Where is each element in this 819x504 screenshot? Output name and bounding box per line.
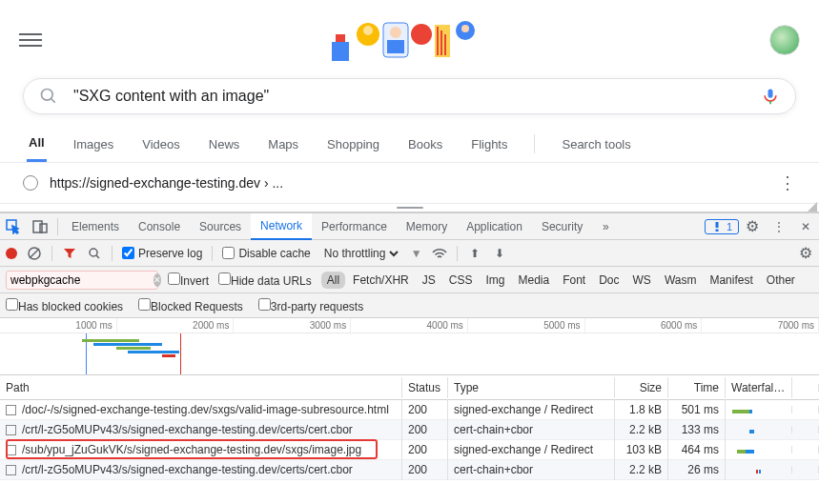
close-devtools-icon[interactable]: ✕	[792, 213, 819, 240]
upload-har-icon[interactable]: ⬆	[467, 246, 482, 261]
row-checkbox[interactable]	[6, 445, 16, 455]
blocked-requests-checkbox[interactable]: Blocked Requests	[138, 298, 243, 313]
tab-news[interactable]: News	[207, 128, 242, 161]
tab-shopping[interactable]: Shopping	[325, 128, 381, 161]
col-path[interactable]: Path	[0, 377, 402, 398]
chip-css[interactable]: CSS	[443, 272, 479, 289]
download-har-icon[interactable]: ⬇	[492, 246, 507, 261]
preserve-log-checkbox[interactable]: Preserve log	[122, 247, 202, 260]
row-checkbox[interactable]	[6, 425, 16, 435]
search-requests-icon[interactable]	[87, 246, 102, 261]
disable-cache-checkbox[interactable]: Disable cache	[222, 247, 310, 260]
time-text: 133 ms	[668, 419, 726, 440]
tab-maps[interactable]: Maps	[266, 128, 300, 161]
tab-videos[interactable]: Videos	[140, 128, 182, 161]
chip-all[interactable]: All	[321, 272, 345, 289]
status-text: 200	[402, 419, 448, 440]
chip-media[interactable]: Media	[512, 272, 555, 289]
row-checkbox[interactable]	[6, 405, 16, 415]
requests-table: Path Status Type Size Time Waterfall ▲ /…	[0, 375, 819, 480]
chip-font[interactable]: Font	[557, 272, 591, 289]
size-text: 103 kB	[615, 439, 668, 460]
search-result[interactable]: https://signed-exchange-testing.dev › ..…	[0, 163, 819, 203]
hamburger-menu-icon[interactable]	[19, 29, 42, 51]
svg-rect-0	[332, 42, 349, 61]
pane-drag-handle[interactable]	[0, 203, 819, 212]
chip-js[interactable]: JS	[417, 272, 441, 289]
time-text: 501 ms	[668, 399, 726, 420]
devtools-tab-sources[interactable]: Sources	[190, 213, 251, 240]
devtools-tab-elements[interactable]: Elements	[62, 213, 129, 240]
type-filter-chips: All Fetch/XHR JS CSS Img Media Font Doc …	[321, 272, 801, 289]
devtools-tab-console[interactable]: Console	[129, 213, 190, 240]
mic-icon[interactable]	[761, 87, 780, 106]
svg-rect-1	[336, 34, 345, 42]
col-time[interactable]: Time	[668, 377, 726, 398]
third-party-checkbox[interactable]: 3rd-party requests	[258, 298, 363, 313]
user-avatar[interactable]	[769, 25, 800, 55]
svg-rect-16	[768, 90, 773, 98]
chip-img[interactable]: Img	[480, 272, 510, 289]
devtools-tab-security[interactable]: Security	[532, 213, 592, 240]
invert-checkbox[interactable]: Invert	[168, 272, 209, 288]
col-type[interactable]: Type	[448, 377, 615, 398]
chip-fetch[interactable]: Fetch/XHR	[347, 272, 415, 289]
chip-doc[interactable]: Doc	[593, 272, 624, 289]
network-conditions-icon[interactable]	[432, 246, 447, 261]
waterfall-cell	[726, 466, 792, 474]
blocked-cookies-checkbox[interactable]: Has blocked cookies	[6, 298, 123, 313]
chip-manifest[interactable]: Manifest	[704, 272, 758, 289]
more-tabs-icon[interactable]: »	[592, 213, 619, 240]
google-doodle-logo[interactable]	[330, 13, 482, 67]
inspect-element-icon[interactable]	[0, 213, 27, 240]
device-toolbar-icon[interactable]	[27, 213, 53, 240]
clear-filter-icon[interactable]: ✕	[154, 273, 161, 287]
issues-badge[interactable]: 1	[705, 219, 739, 234]
timeline-overview[interactable]: 1000 ms 2000 ms 3000 ms 4000 ms 5000 ms …	[0, 318, 819, 375]
search-tools-button[interactable]: Search tools	[560, 128, 632, 161]
chip-ws[interactable]: WS	[627, 272, 657, 289]
search-bar[interactable]	[23, 78, 796, 114]
search-input[interactable]	[73, 88, 761, 105]
table-row[interactable]: /crt/l-zG5oMUPv43/s/signed-exchange-test…	[0, 460, 819, 480]
tab-books[interactable]: Books	[406, 128, 444, 161]
filter-input-box[interactable]: ✕	[6, 271, 158, 290]
waterfall-cell	[726, 406, 792, 413]
throttling-select[interactable]: No throttling	[320, 246, 401, 261]
clear-log-icon[interactable]	[27, 246, 42, 261]
type-text: signed-exchange / Redirect	[448, 439, 615, 460]
filter-toggle-icon[interactable]	[62, 246, 77, 261]
col-size[interactable]: Size	[615, 377, 668, 398]
record-button[interactable]	[6, 248, 17, 259]
table-row[interactable]: /crt/l-zG5oMUPv43/s/signed-exchange-test…	[0, 420, 819, 440]
tab-images[interactable]: Images	[72, 128, 116, 161]
status-text: 200	[402, 439, 448, 460]
waterfall-cell	[726, 426, 792, 433]
devtools-tab-memory[interactable]: Memory	[397, 213, 457, 240]
svg-point-3	[363, 26, 373, 35]
svg-rect-11	[444, 34, 446, 55]
result-overflow-icon[interactable]: ⋮	[779, 172, 796, 193]
col-waterfall[interactable]: Waterfall ▲	[726, 377, 792, 398]
svg-rect-22	[715, 229, 718, 232]
devtools-tab-performance[interactable]: Performance	[312, 213, 397, 240]
type-text: cert-chain+cbor	[448, 419, 615, 440]
table-row[interactable]: /doc/-/s/signed-exchange-testing.dev/sxg…	[0, 400, 819, 420]
svg-point-14	[42, 90, 53, 101]
time-text: 26 ms	[668, 459, 726, 480]
chip-other[interactable]: Other	[761, 272, 801, 289]
filter-input[interactable]	[10, 273, 154, 287]
row-checkbox[interactable]	[6, 465, 16, 475]
tab-flights[interactable]: Flights	[469, 128, 509, 161]
network-settings-icon[interactable]: ⚙	[798, 246, 813, 261]
tab-all[interactable]: All	[27, 126, 47, 162]
devtools-tab-application[interactable]: Application	[457, 213, 532, 240]
chip-wasm[interactable]: Wasm	[659, 272, 703, 289]
svg-rect-10	[440, 30, 442, 55]
settings-icon[interactable]: ⚙	[739, 213, 766, 240]
table-row[interactable]: /sub/ypu_jZuGukVK/s/signed-exchange-test…	[0, 440, 819, 460]
col-status[interactable]: Status	[402, 377, 448, 398]
devtools-tab-network[interactable]: Network	[251, 213, 312, 240]
hide-data-urls-checkbox[interactable]: Hide data URLs	[218, 272, 312, 288]
devtools-menu-icon[interactable]: ⋮	[766, 213, 792, 240]
